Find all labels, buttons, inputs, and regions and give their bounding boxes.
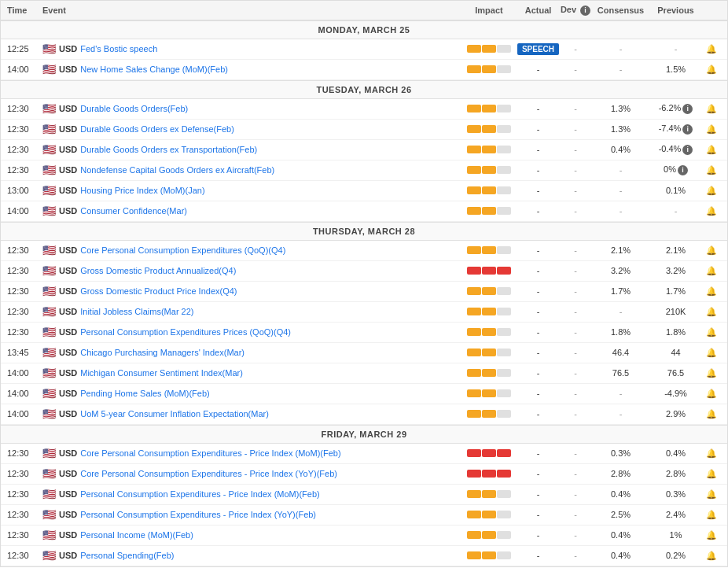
alert-bell[interactable]: 🔔 <box>701 551 721 561</box>
alert-bell[interactable]: 🔔 <box>701 389 721 399</box>
alert-bell[interactable]: 🔔 <box>701 327 721 337</box>
event-name[interactable]: Personal Consumption Expenditures Prices… <box>80 327 291 337</box>
impact-segment <box>482 410 496 418</box>
alert-bell[interactable]: 🔔 <box>701 469 721 479</box>
event-time: 12:30 <box>7 165 42 175</box>
event-name[interactable]: Pending Home Sales (MoM)(Feb) <box>80 389 209 398</box>
alert-bell[interactable]: 🔔 <box>701 124 721 135</box>
alert-bell[interactable]: 🔔 <box>701 104 721 114</box>
alert-bell[interactable]: 🔔 <box>701 286 721 297</box>
impact-segment <box>467 551 481 559</box>
event-name[interactable]: Gross Domestic Product Price Index(Q4) <box>80 286 237 296</box>
event-name[interactable]: Initial Jobless Claims(Mar 22) <box>80 307 193 316</box>
event-name[interactable]: Fed's Bostic speech <box>80 44 157 53</box>
day-header: THURSDAY, MARCH 28 <box>1 222 727 241</box>
alert-bell[interactable]: 🔔 <box>701 409 721 419</box>
event-info: 🇺🇸USDPersonal Spending(Feb) <box>42 549 461 562</box>
country-flag: 🇺🇸 <box>42 164 56 176</box>
impact-indicator <box>461 166 517 174</box>
previous-value: 0%i <box>650 164 701 175</box>
impact-segment <box>482 246 496 254</box>
event-time: 12:30 <box>7 104 42 113</box>
event-name[interactable]: Core Personal Consumption Expenditures -… <box>80 448 340 458</box>
consensus-value: 0.3% <box>591 448 650 458</box>
country-flag: 🇺🇸 <box>42 488 56 500</box>
impact-bar <box>467 470 511 478</box>
previous-value: -7.4%i <box>650 124 701 135</box>
event-name[interactable]: Personal Consumption Expenditures - Pric… <box>80 489 319 499</box>
alert-bell[interactable]: 🔔 <box>701 186 721 196</box>
event-name[interactable]: Personal Consumption Expenditures - Pric… <box>80 510 316 519</box>
event-name[interactable]: Durable Goods Orders(Feb) <box>80 104 188 113</box>
alert-bell[interactable]: 🔔 <box>701 65 721 75</box>
actual-value: - <box>517 124 560 134</box>
event-info: 🇺🇸USDCore Personal Consumption Expenditu… <box>42 467 461 480</box>
event-name[interactable]: Housing Price Index (MoM)(Jan) <box>80 186 204 195</box>
event-info: 🇺🇸USDCore Personal Consumption Expenditu… <box>42 447 461 459</box>
consensus-value: 0.4% <box>591 489 650 499</box>
currency-label: USD <box>59 551 77 560</box>
actual-value: - <box>517 368 560 378</box>
alert-bell[interactable]: 🔔 <box>701 530 721 540</box>
impact-indicator <box>461 186 517 194</box>
impact-segment <box>482 551 496 559</box>
consensus-value: 76.5 <box>591 368 650 378</box>
event-name[interactable]: Durable Goods Orders ex Transportation(F… <box>80 145 257 154</box>
alert-bell[interactable]: 🔔 <box>701 348 721 358</box>
impact-bar <box>467 551 511 559</box>
previous-value: 76.5 <box>650 368 701 378</box>
event-name[interactable]: Personal Spending(Feb) <box>80 551 174 560</box>
table-row: 12:30🇺🇸USDPersonal Consumption Expenditu… <box>1 485 727 505</box>
alert-bell[interactable]: 🔔 <box>701 245 721 256</box>
impact-indicator <box>461 449 517 457</box>
country-flag: 🇺🇸 <box>42 42 56 55</box>
event-name[interactable]: New Home Sales Change (MoM)(Feb) <box>80 65 228 74</box>
header-consensus: Consensus <box>591 6 650 15</box>
actual-value: - <box>517 104 560 113</box>
event-name[interactable]: Core Personal Consumption Expenditures -… <box>80 469 337 478</box>
event-name[interactable]: UoM 5-year Consumer Inflation Expectatio… <box>80 409 269 419</box>
actual-value: - <box>517 206 560 216</box>
actual-value: - <box>517 448 560 458</box>
alert-bell[interactable]: 🔔 <box>701 489 721 500</box>
event-info: 🇺🇸USDNew Home Sales Change (MoM)(Feb) <box>42 63 461 76</box>
alert-bell[interactable]: 🔔 <box>701 368 721 378</box>
consensus-value: - <box>591 409 650 419</box>
table-row: 13:45🇺🇸USDChicago Purchasing Managers' I… <box>1 343 727 363</box>
currency-label: USD <box>59 510 77 519</box>
previous-info-icon[interactable]: i <box>678 165 688 175</box>
previous-info-icon[interactable]: i <box>682 104 693 114</box>
previous-info-icon[interactable]: i <box>682 145 693 155</box>
event-name[interactable]: Durable Goods Orders ex Defense(Feb) <box>80 124 234 134</box>
table-row: 12:30🇺🇸USDGross Domestic Product Price I… <box>1 282 727 302</box>
alert-bell[interactable]: 🔔 <box>701 266 721 276</box>
dev-value: - <box>560 124 591 134</box>
event-time: 12:30 <box>7 286 42 296</box>
event-time: 14:00 <box>7 389 42 398</box>
event-time: 12:30 <box>7 307 42 316</box>
impact-bar <box>467 531 511 539</box>
impact-bar <box>467 369 511 377</box>
previous-info-icon[interactable]: i <box>682 124 693 135</box>
event-name[interactable]: Personal Income (MoM)(Feb) <box>80 530 193 540</box>
alert-bell[interactable]: 🔔 <box>701 165 721 175</box>
alert-bell[interactable]: 🔔 <box>701 307 721 317</box>
impact-indicator <box>461 328 517 336</box>
event-name[interactable]: Michigan Consumer Sentiment Index(Mar) <box>80 368 243 378</box>
dev-info-icon[interactable]: i <box>580 6 590 16</box>
alert-bell[interactable]: 🔔 <box>701 145 721 155</box>
event-name[interactable]: Chicago Purchasing Managers' Index(Mar) <box>80 348 245 357</box>
country-flag: 🇺🇸 <box>42 285 56 297</box>
event-name[interactable]: Gross Domestic Product Annualized(Q4) <box>80 266 236 275</box>
alert-bell[interactable]: 🔔 <box>701 510 721 520</box>
alert-bell[interactable]: 🔔 <box>701 448 721 459</box>
event-name[interactable]: Nondefense Capital Goods Orders ex Aircr… <box>80 165 274 175</box>
dev-value: - <box>560 530 591 540</box>
event-name[interactable]: Core Personal Consumption Expenditures (… <box>80 245 285 255</box>
impact-segment <box>497 470 511 478</box>
event-time: 13:45 <box>7 348 42 357</box>
impact-indicator <box>461 146 517 153</box>
event-name[interactable]: Consumer Confidence(Mar) <box>80 206 187 216</box>
alert-bell[interactable]: 🔔 <box>701 206 721 216</box>
alert-bell[interactable]: 🔔 <box>701 44 721 54</box>
